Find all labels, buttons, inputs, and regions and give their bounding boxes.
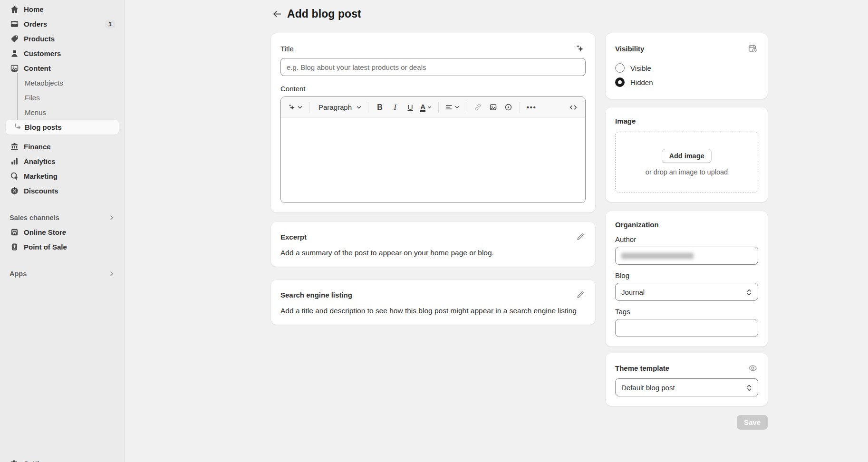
insert-image-button[interactable]	[486, 100, 500, 115]
sidebar-item-label: Online Store	[24, 228, 66, 236]
schedule-visibility-button[interactable]	[747, 43, 758, 54]
sidebar-item-point-of-sale[interactable]: Point of Sale	[6, 240, 119, 254]
bar-chart-icon	[10, 157, 19, 166]
sidebar-item-files[interactable]: Files	[6, 90, 119, 105]
orders-count-badge: 1	[105, 20, 115, 29]
visibility-option-hidden[interactable]: Hidden	[615, 75, 758, 89]
paragraph-style-dropdown[interactable]: Paragraph	[314, 100, 364, 115]
insert-link-button[interactable]	[471, 100, 485, 115]
sidebar-item-discounts[interactable]: Discounts	[6, 183, 119, 198]
theme-template-card: Theme template Default blog post	[606, 353, 768, 406]
sidebar-item-home[interactable]: Home	[6, 2, 119, 17]
alignment-dropdown[interactable]	[443, 100, 462, 115]
apps-header[interactable]: Apps	[6, 267, 119, 281]
tags-input[interactable]	[615, 319, 758, 337]
sidebar-item-blog-posts[interactable]: Blog posts	[6, 120, 119, 135]
code-icon	[569, 103, 578, 112]
visibility-option-visible[interactable]: Visible	[615, 61, 758, 75]
radio-selected[interactable]	[615, 77, 625, 87]
editor-toolbar: Paragraph B I U A	[281, 97, 585, 118]
seo-title: Search engine listing	[280, 291, 352, 299]
text-color-button[interactable]: A	[418, 100, 434, 115]
seo-description: Add a title and description to see how t…	[280, 307, 586, 315]
save-button[interactable]: Save	[737, 415, 768, 430]
image-dropzone[interactable]: Add image or drop an image to upload	[615, 132, 758, 192]
italic-button[interactable]: I	[388, 100, 402, 115]
sidebar-item-metaobjects[interactable]: Metaobjects	[6, 76, 119, 90]
chevron-right-icon	[108, 270, 115, 277]
back-button[interactable]	[269, 5, 286, 22]
play-circle-icon	[504, 103, 512, 111]
sidebar-item-content[interactable]: Content	[6, 61, 119, 76]
section-label: Apps	[10, 270, 27, 278]
sidebar-item-marketing[interactable]: Marketing	[6, 169, 119, 183]
sales-channels-header[interactable]: Sales channels	[6, 211, 119, 225]
sidebar-item-label: Orders	[24, 20, 47, 28]
chevron-down-icon	[427, 105, 432, 110]
blog-field-group: Blog Journal	[615, 271, 758, 301]
image-icon	[489, 103, 497, 111]
radio-label: Visible	[630, 64, 651, 72]
content-subnav: Metaobjects Files Menus Blog posts	[0, 76, 125, 135]
edit-excerpt-button[interactable]	[575, 231, 586, 242]
sparkle-icon	[575, 44, 585, 53]
select-chevrons-icon	[745, 383, 753, 393]
sidebar-item-label: Blog posts	[25, 123, 62, 131]
main-content: Add blog post Title Content	[125, 0, 868, 462]
sidebar-item-label: Point of Sale	[24, 243, 67, 251]
sidebar-item-label: Finance	[24, 143, 51, 151]
tags-label: Tags	[615, 308, 758, 316]
underline-button[interactable]: U	[403, 100, 417, 115]
underline-glyph: U	[407, 103, 413, 112]
radio-unselected[interactable]	[615, 63, 625, 73]
calendar-clock-icon	[748, 44, 757, 53]
toolbar-divider	[466, 102, 466, 113]
bank-icon	[10, 142, 19, 152]
sidebar-item-label: Analytics	[24, 157, 56, 165]
add-image-button[interactable]: Add image	[662, 149, 711, 163]
author-label: Author	[615, 235, 758, 243]
title-label: Title	[280, 45, 294, 53]
title-input[interactable]	[280, 58, 586, 76]
sidebar-item-label: Home	[24, 5, 44, 13]
blog-label: Blog	[615, 271, 758, 279]
bold-glyph: B	[377, 103, 383, 112]
sidebar-item-settings[interactable]: Settings	[6, 456, 119, 462]
drop-hint: or drop an image to upload	[646, 168, 728, 176]
sidebar-item-finance[interactable]: Finance	[6, 139, 119, 154]
pencil-icon	[576, 232, 585, 241]
subnav-arrow-icon	[14, 124, 21, 131]
preview-template-button[interactable]	[747, 363, 758, 374]
edit-seo-button[interactable]	[575, 289, 586, 300]
content-label: Content	[280, 85, 586, 93]
page-actions: Save	[606, 415, 768, 430]
more-options-button[interactable]: •••	[524, 100, 539, 115]
sidebar-item-products[interactable]: Products	[6, 31, 119, 46]
content-editor-area[interactable]	[281, 118, 585, 202]
theme-template-select[interactable]: Default blog post	[615, 378, 758, 396]
sidebar-item-customers[interactable]: Customers	[6, 46, 119, 61]
sidebar-item-orders[interactable]: Orders 1	[6, 17, 119, 31]
excerpt-title: Excerpt	[280, 233, 307, 241]
show-html-button[interactable]	[566, 100, 580, 115]
arrow-left-icon	[272, 9, 282, 19]
sidebar-item-menus[interactable]: Menus	[6, 105, 119, 120]
insert-video-button[interactable]	[501, 100, 515, 115]
organization-title: Organization	[615, 221, 758, 229]
ai-generate-button[interactable]	[574, 43, 586, 54]
app-root: Home Orders 1 Products Customers C	[0, 0, 868, 462]
person-icon	[10, 49, 19, 58]
sidebar-item-label: Files	[25, 94, 40, 102]
author-input[interactable]	[615, 247, 758, 265]
blog-select[interactable]: Journal	[615, 283, 758, 301]
toolbar-divider	[438, 102, 439, 113]
organization-card: Organization Author Blog Journal	[606, 211, 768, 346]
sidebar-item-analytics[interactable]: Analytics	[6, 154, 119, 169]
ai-assistant-button[interactable]	[286, 100, 305, 115]
chevron-down-icon	[356, 105, 362, 110]
theme-template-title: Theme template	[615, 364, 669, 372]
sidebar: Home Orders 1 Products Customers C	[0, 0, 125, 462]
sidebar-item-online-store[interactable]: Online Store	[6, 225, 119, 240]
target-cursor-icon	[10, 172, 19, 181]
bold-button[interactable]: B	[373, 100, 387, 115]
